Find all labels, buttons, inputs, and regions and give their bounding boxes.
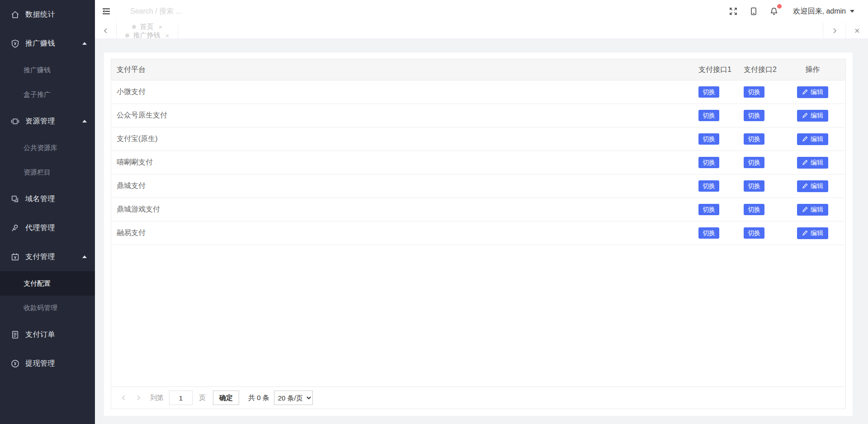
switch-interface1-button[interactable]: 切换: [698, 133, 719, 145]
sidebar-item-label: 数据统计: [25, 10, 87, 19]
switch-interface1-button[interactable]: 切换: [698, 110, 719, 121]
pencil-icon: [802, 136, 808, 142]
tab-home[interactable]: 首页 ×: [117, 23, 178, 31]
tabbar: 首页 × 推广挣钱 × 盒子推广 × 公共资源库 ×: [95, 23, 868, 38]
sidebar: 数据统计 推广赚钱 推广赚钱 盒子推广 资源管理 公共资源库 资源栏目: [0, 0, 95, 424]
notification-badge: [777, 4, 782, 9]
switch-interface1-button[interactable]: 切换: [698, 180, 719, 192]
pencil-icon: [802, 160, 808, 165]
edit-button-label: 编辑: [811, 206, 823, 214]
sidebar-item-qr-code-mgmt[interactable]: 收款码管理: [0, 296, 95, 320]
col-header-interface1: 支付接口1: [689, 65, 735, 75]
sidebar-item-label: 公共资源库: [24, 144, 57, 152]
table-row: 嘻唰唰支付 切换 切换 编辑: [111, 151, 845, 174]
prev-page-icon[interactable]: [117, 391, 131, 405]
sidebar-item-label: 推广赚钱: [24, 66, 51, 75]
table-row: 融易支付 切换 切换 编辑: [111, 221, 845, 245]
sidebar-item-domain-mgmt[interactable]: 域名管理: [0, 184, 95, 213]
sidebar-item-box-promo[interactable]: 盒子推广: [0, 82, 95, 107]
switch-interface1-button[interactable]: 切换: [698, 157, 719, 168]
welcome-text: 欢迎回来, admin: [793, 7, 846, 16]
tabbar-spacer: [178, 23, 823, 38]
col-header-actions: 操作: [780, 65, 845, 75]
switch-interface2-button[interactable]: 切换: [744, 157, 764, 168]
sidebar-item-promo-earn-sub[interactable]: 推广赚钱: [0, 58, 95, 82]
chevron-down-icon: [850, 10, 854, 13]
tabs-close-all-icon[interactable]: [845, 23, 868, 38]
switch-interface2-button[interactable]: 切换: [744, 180, 764, 192]
switch-interface1-button[interactable]: 切换: [698, 86, 719, 98]
switch-interface1-button[interactable]: 切换: [698, 204, 719, 215]
pencil-icon: [802, 207, 808, 212]
platform-name: 支付宝(原生): [111, 134, 689, 144]
sidebar-item-resource-category[interactable]: 资源栏目: [0, 160, 95, 184]
platform-name: 鼎城游戏支付: [111, 205, 689, 214]
collapse-menu-icon[interactable]: [95, 0, 118, 23]
topbar: 欢迎回来, admin: [95, 0, 868, 23]
switch-interface2-button[interactable]: 切换: [744, 204, 764, 215]
notifications-bell-icon[interactable]: [764, 0, 784, 23]
switch-interface2-button[interactable]: 切换: [744, 110, 764, 121]
page-number-input[interactable]: [169, 391, 193, 405]
switch-interface2-button[interactable]: 切换: [744, 227, 764, 239]
sidebar-item-payment-orders[interactable]: 支付订单: [0, 320, 95, 349]
edit-button[interactable]: 编辑: [797, 180, 828, 192]
edit-button-label: 编辑: [811, 159, 823, 167]
sidebar-item-resource-mgmt[interactable]: 资源管理: [0, 107, 95, 136]
app-root: 数据统计 推广赚钱 推广赚钱 盒子推广 资源管理 公共资源库 资源栏目: [0, 0, 868, 424]
search-input[interactable]: [129, 4, 285, 19]
pencil-icon: [802, 230, 808, 236]
main-area: 欢迎回来, admin 首页 × 推广挣钱 ×: [95, 0, 868, 424]
edit-button[interactable]: 编辑: [797, 86, 828, 98]
order-icon: [11, 330, 19, 339]
withdraw-icon: [11, 359, 19, 368]
sidebar-item-label: 收款码管理: [24, 304, 57, 312]
sidebar-item-label: 提现管理: [25, 359, 87, 368]
edit-button[interactable]: 编辑: [797, 227, 828, 239]
sidebar-item-payment-config[interactable]: 支付配置: [0, 271, 95, 296]
topbar-right: 欢迎回来, admin: [723, 0, 868, 23]
switch-interface2-button[interactable]: 切换: [744, 133, 764, 145]
close-icon[interactable]: ×: [159, 24, 163, 30]
close-icon[interactable]: ×: [165, 32, 170, 39]
home-icon: [11, 10, 19, 19]
edit-button[interactable]: 编辑: [797, 157, 828, 169]
copy-icon: [11, 195, 19, 203]
sidebar-item-payment-mgmt[interactable]: 支付管理: [0, 242, 95, 271]
edit-button[interactable]: 编辑: [797, 204, 828, 216]
sidebar-item-label: 支付管理: [25, 252, 82, 262]
tab-label: 首页: [140, 23, 154, 31]
col-header-interface2: 支付接口2: [735, 65, 780, 75]
gallery-icon: [11, 117, 19, 126]
payment-platform-table: 支付平台 支付接口1 支付接口2 操作 小微支付 切换 切换 编辑 公众号原生支…: [111, 59, 846, 409]
pencil-icon: [802, 89, 808, 95]
sidebar-item-public-resource-lib[interactable]: 公共资源库: [0, 136, 95, 160]
sidebar-item-withdraw-mgmt[interactable]: 提现管理: [0, 349, 95, 378]
table-row: 鼎城游戏支付 切换 切换 编辑: [111, 198, 845, 221]
tab-list: 首页 × 推广挣钱 × 盒子推广 × 公共资源库 ×: [117, 23, 178, 38]
edit-button[interactable]: 编辑: [797, 133, 828, 145]
next-page-icon[interactable]: [131, 391, 146, 405]
sidebar-item-promo-earn[interactable]: 推广赚钱: [0, 29, 95, 58]
tabs-scroll-left-icon[interactable]: [95, 23, 117, 38]
confirm-page-button[interactable]: 确定: [213, 391, 239, 405]
col-header-platform: 支付平台: [111, 65, 689, 75]
pencil-icon: [802, 113, 808, 118]
user-menu[interactable]: 欢迎回来, admin: [793, 7, 854, 16]
goto-page-label: 到第: [150, 394, 164, 402]
table-row: 支付宝(原生) 切换 切换 编辑: [111, 127, 845, 151]
edit-button-label: 编辑: [811, 182, 823, 190]
mobile-view-icon[interactable]: [744, 0, 764, 23]
edit-button[interactable]: 编辑: [797, 110, 828, 122]
sidebar-item-label: 支付订单: [25, 330, 87, 339]
page-size-select[interactable]: 20 条/页: [274, 391, 313, 405]
fullscreen-icon[interactable]: [723, 0, 744, 23]
platform-name: 鼎城支付: [111, 181, 689, 191]
sidebar-item-stats[interactable]: 数据统计: [0, 0, 95, 29]
switch-interface2-button[interactable]: 切换: [744, 86, 764, 98]
sidebar-item-agent-mgmt[interactable]: 代理管理: [0, 213, 95, 242]
table-empty-space: [111, 245, 845, 386]
chevron-up-icon: [82, 120, 87, 122]
tabs-scroll-right-icon[interactable]: [823, 23, 845, 38]
switch-interface1-button[interactable]: 切换: [698, 227, 719, 239]
